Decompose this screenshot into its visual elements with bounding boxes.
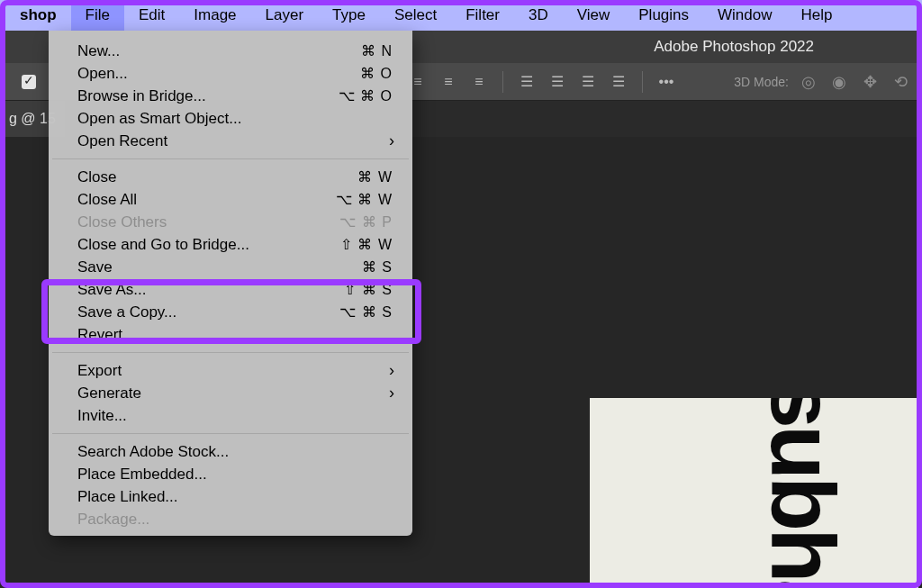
- align-icons: ≡ ≡ ≡ ☰ ☰ ☰ ☰ •••: [405, 69, 679, 95]
- menu-browse-bridge[interactable]: Browse in Bridge...⌥ ⌘ O: [49, 85, 412, 107]
- menu-close-all[interactable]: Close All⌥ ⌘ W: [49, 188, 412, 211]
- menu-package: Package...: [49, 508, 412, 530]
- chevron-right-icon: ›: [389, 384, 394, 403]
- menu-generate[interactable]: Generate›: [49, 382, 412, 404]
- menubar-3d[interactable]: 3D: [514, 0, 563, 31]
- menu-save-as[interactable]: Save As...⇧ ⌘ S: [49, 278, 412, 301]
- menu-search-stock[interactable]: Search Adobe Stock...: [49, 440, 412, 463]
- document-text: subhai: [750, 398, 854, 588]
- mac-menubar: shop File Edit Image Layer Type Select F…: [0, 0, 922, 31]
- menubar-image[interactable]: Image: [179, 0, 250, 31]
- menu-close-go-bridge[interactable]: Close and Go to Bridge...⇧ ⌘ W: [49, 233, 412, 256]
- menu-place-linked[interactable]: Place Linked...: [49, 485, 412, 508]
- menu-save-a-copy[interactable]: Save a Copy...⌥ ⌘ S: [49, 301, 412, 323]
- menu-open[interactable]: Open...⌘ O: [49, 62, 412, 85]
- menu-save[interactable]: Save⌘ S: [49, 256, 412, 278]
- document-canvas[interactable]: subhai: [590, 398, 918, 588]
- menubar-file[interactable]: File: [71, 0, 124, 31]
- menu-new[interactable]: New...⌘ N: [49, 40, 412, 62]
- menu-close-others: Close Others⌥ ⌘ P: [49, 211, 412, 233]
- menubar-help[interactable]: Help: [787, 0, 847, 31]
- move-3d-icon[interactable]: ✥: [859, 71, 881, 93]
- app-title: Adobe Photoshop 2022: [654, 38, 814, 56]
- menubar-view[interactable]: View: [563, 0, 625, 31]
- menu-open-smart-object[interactable]: Open as Smart Object...: [49, 107, 412, 130]
- align-right-icon[interactable]: ≡: [466, 69, 492, 95]
- chevron-right-icon: ›: [389, 361, 394, 380]
- align-bottom-icon[interactable]: ☰: [575, 69, 601, 95]
- menu-invite[interactable]: Invite...: [49, 404, 412, 427]
- menubar-app[interactable]: shop: [5, 0, 71, 31]
- chevron-right-icon: ›: [389, 131, 394, 150]
- more-icon[interactable]: •••: [654, 69, 679, 95]
- separator: [502, 71, 503, 93]
- menubar-filter[interactable]: Filter: [451, 0, 514, 31]
- slide-3d-icon[interactable]: ⟲: [890, 71, 911, 93]
- menu-export[interactable]: Export›: [49, 359, 412, 382]
- menubar-select[interactable]: Select: [380, 0, 451, 31]
- align-center-v-icon[interactable]: ☰: [545, 69, 570, 95]
- menu-revert[interactable]: Revert: [49, 323, 412, 346]
- menubar-layer[interactable]: Layer: [251, 0, 319, 31]
- separator: [642, 71, 643, 93]
- menu-close[interactable]: Close⌘ W: [49, 166, 412, 188]
- 3d-mode-label: 3D Mode:: [734, 75, 789, 89]
- align-center-h-icon[interactable]: ≡: [436, 69, 461, 95]
- menu-place-embedded[interactable]: Place Embedded...: [49, 463, 412, 485]
- menubar-plugins[interactable]: Plugins: [624, 0, 703, 31]
- distribute-icon[interactable]: ☰: [606, 69, 631, 95]
- menu-open-recent[interactable]: Open Recent›: [49, 130, 412, 152]
- rotate-3d-icon[interactable]: ◉: [828, 71, 850, 93]
- auto-select-checkbox[interactable]: [22, 75, 36, 89]
- menubar-edit[interactable]: Edit: [124, 0, 179, 31]
- orbit-3d-icon[interactable]: ◎: [798, 71, 819, 93]
- align-top-icon[interactable]: ☰: [514, 69, 539, 95]
- menubar-window[interactable]: Window: [703, 0, 786, 31]
- file-menu-dropdown: New...⌘ N Open...⌘ O Browse in Bridge...…: [49, 31, 412, 536]
- menubar-type[interactable]: Type: [318, 0, 380, 31]
- options-right: 3D Mode: ◎ ◉ ✥ ⟲: [734, 71, 911, 93]
